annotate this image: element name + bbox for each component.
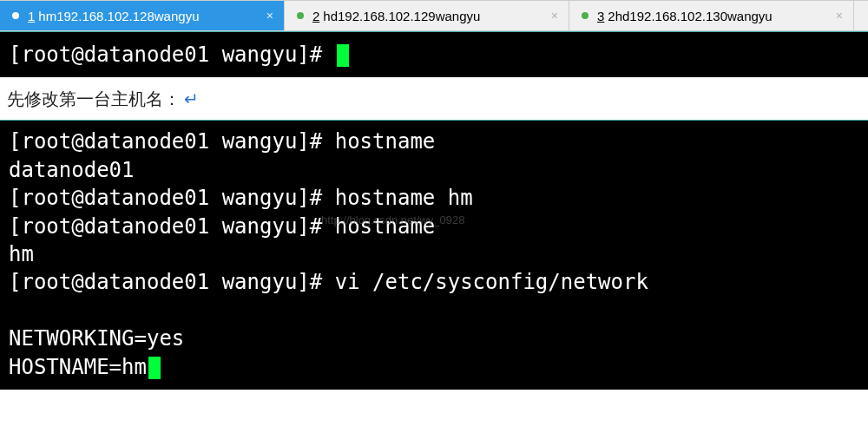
cursor-icon bbox=[337, 44, 349, 67]
term-line: hm bbox=[9, 242, 34, 266]
caption-text: 先修改第一台主机名： bbox=[7, 89, 181, 108]
status-dot-icon bbox=[297, 12, 304, 19]
term-line: NETWORKING=yes bbox=[9, 326, 184, 351]
annotation-caption: 先修改第一台主机名：↵ bbox=[0, 77, 868, 120]
tab-2[interactable]: 2 hd192.168.102.129wangyu × bbox=[285, 1, 569, 30]
tab-label: 2hd192.168.102.130wangyu bbox=[608, 9, 772, 23]
cursor-icon bbox=[148, 357, 161, 379]
tab-1[interactable]: 1 hm192.168.102.128wangyu × bbox=[0, 1, 285, 30]
tab-label: hd192.168.102.129wangyu bbox=[323, 9, 480, 23]
terminal-pane-1[interactable]: [root@datanode01 wangyu]# bbox=[0, 31, 868, 77]
tab-number: 2 bbox=[312, 9, 319, 23]
terminal-pane-2[interactable]: [root@datanode01 wangyu]# hostname datan… bbox=[0, 120, 868, 390]
close-icon[interactable]: × bbox=[260, 9, 273, 23]
status-dot-icon bbox=[12, 12, 19, 19]
close-icon[interactable]: × bbox=[544, 9, 558, 23]
term-line: [root@datanode01 wangyu]# hostname bbox=[9, 214, 435, 239]
term-line: datanode01 bbox=[9, 158, 135, 182]
tab-number: 3 bbox=[597, 9, 604, 23]
tab-label: hm192.168.102.128wangyu bbox=[38, 9, 199, 23]
prompt-line: [root@datanode01 wangyu]# bbox=[9, 43, 335, 67]
term-line: [root@datanode01 wangyu]# vi /etc/syscon… bbox=[9, 270, 648, 294]
term-line: [root@datanode01 wangyu]# hostname hm bbox=[9, 186, 473, 210]
tab-3[interactable]: 3 2hd192.168.102.130wangyu × bbox=[569, 1, 854, 30]
close-icon[interactable]: × bbox=[829, 9, 843, 23]
status-dot-icon bbox=[582, 12, 589, 19]
term-line: HOSTNAME=hm bbox=[9, 355, 147, 379]
return-arrow-icon: ↵ bbox=[184, 89, 199, 108]
tab-number: 1 bbox=[28, 9, 35, 23]
tab-bar: 1 hm192.168.102.128wangyu × 2 hd192.168.… bbox=[0, 0, 868, 31]
term-line: [root@datanode01 wangyu]# hostname bbox=[9, 129, 435, 154]
